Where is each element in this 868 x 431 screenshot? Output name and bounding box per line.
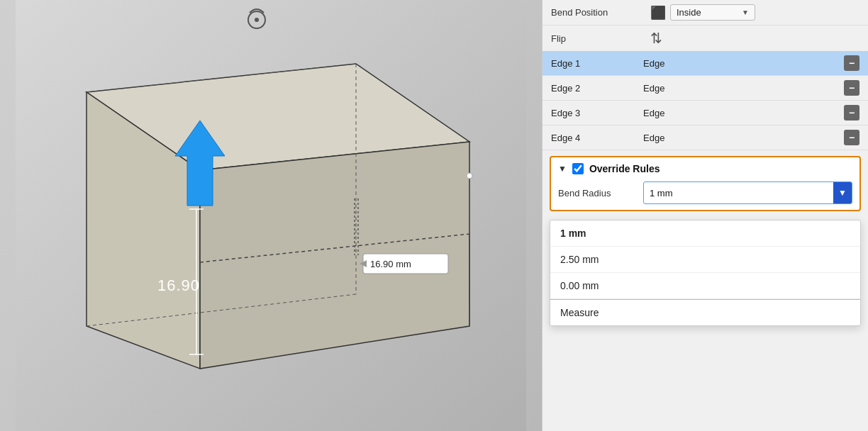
- bend-radius-arrow-button[interactable]: ▼: [833, 182, 852, 203]
- edge-1-name: Edge 1: [551, 58, 643, 69]
- edge-2-name: Edge 2: [551, 83, 643, 94]
- edge-4-type: Edge: [643, 133, 844, 143]
- edge-3-name: Edge 3: [551, 108, 643, 118]
- bend-radius-dropdown[interactable]: 1 mm ▼: [643, 181, 852, 204]
- properties-panel: Bend Position ⬛ Inside ▼ Flip ⇅: [542, 0, 868, 431]
- dropdown-item-1mm[interactable]: 1 mm: [550, 220, 860, 247]
- collapse-triangle-icon[interactable]: ▼: [558, 164, 567, 174]
- edge-1-type: Edge: [643, 58, 844, 69]
- edge-row-2[interactable]: Edge 2 Edge −: [542, 76, 868, 101]
- svg-text:16.90: 16.90: [157, 276, 200, 294]
- 3d-viewport[interactable]: 16.90 16.90 mm: [0, 0, 542, 431]
- svg-point-20: [467, 173, 472, 179]
- dropdown-item-250mm[interactable]: 2.50 mm: [550, 247, 860, 273]
- bend-radius-dropdown-list: 1 mm 2.50 mm 0.00 mm Measure: [550, 220, 861, 326]
- override-rules-header: ▼ Override Rules: [558, 163, 852, 174]
- edge-row-3[interactable]: Edge 3 Edge −: [542, 101, 868, 125]
- flip-icon[interactable]: ⇅: [650, 30, 662, 47]
- bend-position-section: Bend Position ⬛ Inside ▼ Flip ⇅: [542, 0, 868, 51]
- chevron-down-icon: ▼: [742, 9, 749, 16]
- bend-position-selected: Inside: [677, 7, 701, 18]
- edge-2-type: Edge: [643, 83, 844, 94]
- edge-row-4[interactable]: Edge 4 Edge −: [542, 125, 868, 150]
- chevron-down-icon: ▼: [838, 188, 847, 198]
- edge-2-remove-button[interactable]: −: [844, 80, 859, 96]
- bend-position-icon: ⬛: [650, 5, 666, 21]
- edge-3-remove-button[interactable]: −: [844, 105, 859, 121]
- bend-radius-value: 1 mm: [644, 184, 833, 202]
- dropdown-item-measure[interactable]: Measure: [550, 299, 860, 325]
- bend-radius-row: Bend Radius 1 mm ▼: [558, 181, 852, 204]
- flip-label: Flip: [551, 33, 650, 44]
- override-rules-title: Override Rules: [589, 163, 660, 174]
- edge-table: Edge 1 Edge − Edge 2 Edge − Edge 3 Edge …: [542, 51, 868, 150]
- svg-point-2: [255, 18, 259, 22]
- panel-content: Bend Position ⬛ Inside ▼ Flip ⇅: [542, 0, 868, 431]
- override-rules-checkbox[interactable]: [572, 163, 584, 174]
- dropdown-item-000mm[interactable]: 0.00 mm: [550, 273, 860, 299]
- edge-3-type: Edge: [643, 108, 844, 118]
- edge-4-remove-button[interactable]: −: [844, 130, 859, 145]
- edge-4-name: Edge 4: [551, 133, 643, 143]
- override-rules-section: ▼ Override Rules Bend Radius 1 mm ▼: [550, 156, 861, 211]
- edge-row-1[interactable]: Edge 1 Edge −: [542, 51, 868, 76]
- bend-position-label: Bend Position: [551, 7, 650, 18]
- bend-position-dropdown[interactable]: Inside ▼: [670, 4, 755, 21]
- bend-position-value: ⬛ Inside ▼: [650, 4, 859, 21]
- svg-text:16.90 mm: 16.90 mm: [370, 259, 411, 269]
- flip-value: ⇅: [650, 30, 859, 47]
- edge-1-remove-button[interactable]: −: [844, 55, 859, 71]
- bend-radius-label: Bend Radius: [558, 188, 643, 198]
